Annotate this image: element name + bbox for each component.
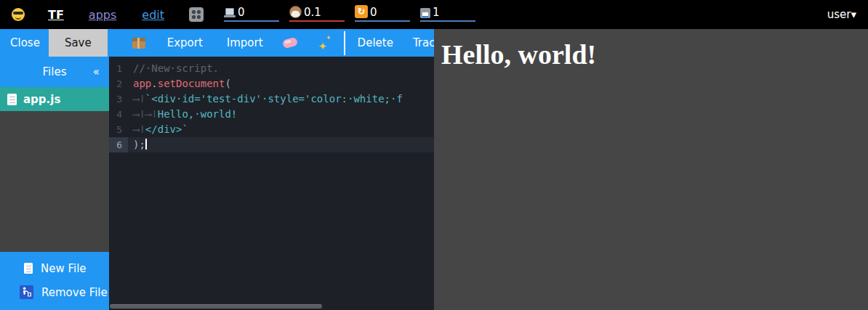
refresh-icon — [355, 5, 368, 18]
file-name: app.js — [23, 93, 60, 106]
close-button[interactable]: Close — [10, 36, 40, 49]
top-nav-bar: TF apps edit 00.101 user▾ — [0, 0, 868, 29]
remove-file-label: Remove File — [41, 286, 108, 299]
stat-value: 0 — [238, 7, 245, 18]
code-line: 6); — [109, 137, 434, 152]
stat-refresh: 0 — [355, 7, 410, 22]
save-button[interactable]: Save — [49, 29, 108, 57]
code-line: 5⟶ǀ</div>` — [109, 122, 434, 137]
file-icon — [7, 94, 17, 105]
stat-value: 1 — [433, 7, 440, 18]
line-number: 4 — [109, 107, 128, 122]
stats-group: 00.101 — [224, 7, 475, 22]
edit-link[interactable]: edit — [142, 8, 164, 22]
line-content: ⟶ǀ`<div·id='test-div'·style='color:·whit… — [128, 91, 403, 107]
export-button[interactable]: Export — [167, 36, 203, 49]
sparkles-icon[interactable] — [318, 36, 332, 50]
delete-button[interactable]: Delete — [358, 36, 393, 49]
laptop-icon — [224, 8, 236, 18]
remove-file-button[interactable]: Remove File — [0, 280, 109, 304]
line-number: 5 — [109, 122, 128, 137]
soap-icon[interactable] — [281, 37, 297, 49]
editor-pane: Close Save Export Import Delete Trace Fi… — [0, 29, 434, 310]
import-button[interactable]: Import — [227, 36, 263, 49]
file-item-app-js[interactable]: app.js — [0, 87, 109, 111]
preview-heading: Hello, world! — [441, 38, 868, 70]
code-line: 2app.setDocument( — [109, 76, 434, 91]
sidebar-actions: New File — [0, 252, 109, 310]
files-header: Files « — [0, 57, 109, 87]
stat-floppy: 1 — [420, 7, 475, 22]
line-content: ⟶ǀ</div>` — [128, 122, 188, 137]
line-content: //·New·script. — [128, 61, 219, 76]
app-window: TF apps edit 00.101 user▾ Close Save Exp… — [0, 0, 868, 310]
dice-icon[interactable] — [189, 7, 204, 22]
hamster-icon — [289, 6, 302, 18]
files-header-label: Files — [43, 65, 67, 78]
brand-link[interactable]: TF — [48, 8, 64, 22]
files-sidebar: Files « app.js New File — [0, 57, 109, 310]
line-content: ); — [128, 137, 147, 152]
code-editor[interactable]: 1//·New·script.2app.setDocument(3⟶ǀ`<div… — [109, 57, 434, 310]
code-line: 4⟶ǀ⟶ǀHello,·world! — [109, 107, 434, 122]
line-number: 3 — [109, 91, 128, 107]
toolbar-blank-box[interactable] — [344, 31, 345, 55]
new-file-button[interactable]: New File — [0, 256, 109, 280]
line-content: ⟶ǀ⟶ǀHello,·world! — [128, 107, 237, 122]
code-line: 1//·New·script. — [109, 61, 434, 76]
code-line: 3⟶ǀ`<div·id='test-div'·style='color:·whi… — [109, 91, 434, 107]
line-number: 1 — [109, 61, 128, 76]
sunglasses-face-icon — [12, 8, 25, 21]
stat-laptop: 0 — [224, 7, 279, 22]
apps-link[interactable]: apps — [89, 8, 116, 22]
floppy-icon — [420, 8, 430, 18]
package-icon[interactable] — [132, 38, 145, 49]
stat-hamster: 0.1 — [289, 7, 345, 22]
editor-toolbar: Close Save Export Import Delete Trace — [0, 29, 434, 57]
preview-pane: Hello, world! — [434, 29, 868, 310]
horizontal-scrollbar[interactable] — [110, 304, 322, 309]
new-file-label: New File — [41, 262, 87, 275]
remove-file-icon — [20, 285, 33, 299]
stat-value: 0 — [370, 7, 377, 18]
line-content: app.setDocument( — [128, 76, 231, 91]
user-menu[interactable]: user▾ — [827, 8, 856, 21]
pane-body: Files « app.js New File — [0, 57, 434, 310]
line-number: 6 — [109, 137, 128, 152]
stat-value: 0.1 — [304, 7, 321, 18]
code-area: 1//·New·script.2app.setDocument(3⟶ǀ`<div… — [109, 57, 434, 152]
text-cursor — [145, 139, 147, 150]
line-number: 2 — [109, 76, 128, 91]
new-file-icon — [24, 263, 33, 274]
collapse-sidebar-button[interactable]: « — [93, 65, 100, 78]
